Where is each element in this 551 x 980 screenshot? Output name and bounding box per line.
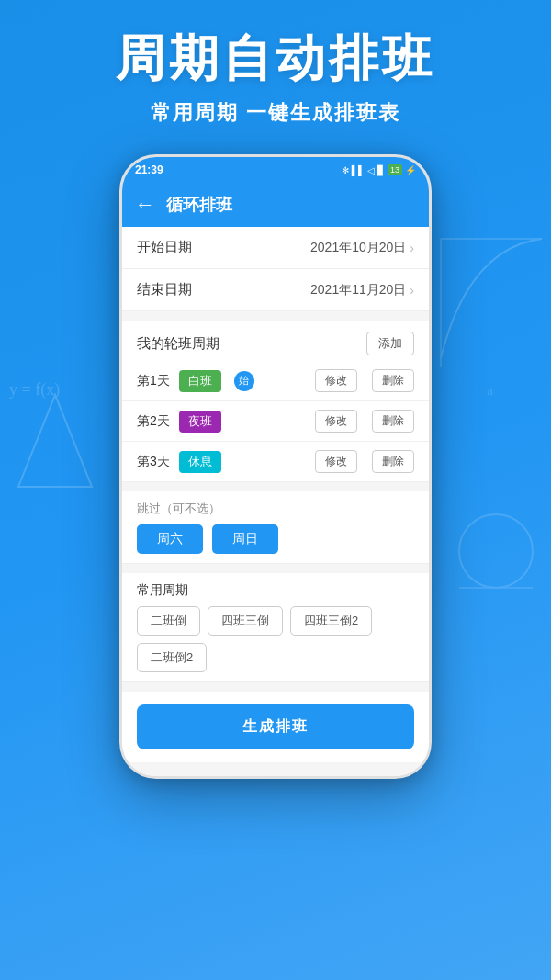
start-date-value-group: 2021年10月20日 › bbox=[310, 240, 414, 256]
phone-mockup: 21:39 ✻ ▌▌ ◁ ▊ 13 ⚡ ← 循环排班 开始日期 2021年10月… bbox=[119, 154, 432, 779]
status-time: 21:39 bbox=[135, 163, 163, 176]
start-date-chevron-icon: › bbox=[410, 241, 414, 255]
end-date-value-group: 2021年11月20日 › bbox=[310, 282, 414, 299]
status-icons: ✻ ▌▌ ◁ ▊ 13 ⚡ bbox=[342, 164, 416, 175]
start-badge: 始 bbox=[234, 371, 254, 391]
start-date-value: 2021年10月20日 bbox=[310, 240, 406, 256]
divider-3 bbox=[122, 564, 429, 573]
period-btn-4[interactable]: 二班倒2 bbox=[137, 643, 207, 672]
modify-btn-2[interactable]: 修改 bbox=[315, 410, 357, 433]
add-shift-button[interactable]: 添加 bbox=[366, 332, 414, 355]
skip-label: 跳过（可不选） bbox=[137, 501, 414, 517]
svg-text:π: π bbox=[487, 384, 493, 398]
divider-1 bbox=[122, 311, 429, 321]
common-periods-label: 常用周期 bbox=[137, 582, 414, 599]
end-date-value: 2021年11月20日 bbox=[310, 282, 406, 299]
delete-btn-2[interactable]: 删除 bbox=[372, 410, 414, 433]
content-area: 开始日期 2021年10月20日 › 结束日期 2021年11月20日 › 我的… bbox=[122, 227, 429, 779]
delete-btn-1[interactable]: 删除 bbox=[372, 369, 414, 392]
modify-btn-1[interactable]: 修改 bbox=[315, 369, 357, 392]
shift-1-tag: 白班 bbox=[179, 370, 221, 392]
common-periods-section: 常用周期 二班倒 四班三倒 四班三倒2 二班倒2 bbox=[122, 573, 429, 682]
divider-4 bbox=[122, 682, 429, 692]
skip-buttons-group: 周六 周日 bbox=[137, 524, 414, 554]
shift-3-tag: 休息 bbox=[179, 451, 221, 473]
period-btn-1[interactable]: 二班倒 bbox=[137, 606, 200, 636]
hero-subtitle: 常用周期 一键生成排班表 bbox=[0, 99, 551, 127]
modify-btn-3[interactable]: 修改 bbox=[315, 450, 357, 473]
divider-2 bbox=[122, 482, 429, 491]
generate-section: 生成排班 bbox=[122, 692, 429, 762]
hero-title: 周期自动排班 bbox=[0, 26, 551, 93]
day-3-label: 第3天 bbox=[137, 454, 170, 470]
end-date-chevron-icon: › bbox=[410, 283, 414, 298]
page-title: 循环排班 bbox=[166, 194, 232, 216]
shift-row-2: 第2天 夜班 修改 删除 bbox=[122, 401, 429, 442]
skip-saturday-button[interactable]: 周六 bbox=[137, 524, 203, 554]
delete-btn-3[interactable]: 删除 bbox=[372, 450, 414, 473]
generate-button[interactable]: 生成排班 bbox=[137, 704, 414, 749]
period-btn-3[interactable]: 四班三倒2 bbox=[290, 606, 372, 636]
back-button[interactable]: ← bbox=[135, 195, 155, 215]
end-date-label: 结束日期 bbox=[137, 281, 192, 299]
my-period-label: 我的轮班周期 bbox=[137, 335, 219, 353]
top-nav-bar: ← 循环排班 bbox=[122, 183, 429, 227]
end-date-row[interactable]: 结束日期 2021年11月20日 › bbox=[122, 269, 429, 311]
shift-row-1: 第1天 白班 始 修改 删除 bbox=[122, 361, 429, 401]
my-period-header: 我的轮班周期 添加 bbox=[122, 321, 429, 361]
start-date-label: 开始日期 bbox=[137, 239, 192, 256]
day-1-label: 第1天 bbox=[137, 373, 170, 389]
status-bar: 21:39 ✻ ▌▌ ◁ ▊ 13 ⚡ bbox=[122, 157, 429, 183]
svg-point-5 bbox=[459, 514, 533, 588]
skip-section: 跳过（可不选） 周六 周日 bbox=[122, 491, 429, 564]
start-badge-text: 始 bbox=[239, 374, 249, 388]
svg-text:y = f(x): y = f(x) bbox=[9, 380, 60, 400]
period-btn-2[interactable]: 四班三倒 bbox=[208, 606, 283, 636]
skip-sunday-button[interactable]: 周日 bbox=[212, 524, 278, 554]
svg-marker-1 bbox=[18, 395, 92, 487]
start-date-row[interactable]: 开始日期 2021年10月20日 › bbox=[122, 227, 429, 269]
common-periods-buttons: 二班倒 四班三倒 四班三倒2 二班倒2 bbox=[137, 606, 414, 672]
shift-2-tag: 夜班 bbox=[179, 411, 221, 433]
day-2-label: 第2天 bbox=[137, 413, 170, 430]
shift-row-3: 第3天 休息 修改 删除 bbox=[122, 442, 429, 482]
